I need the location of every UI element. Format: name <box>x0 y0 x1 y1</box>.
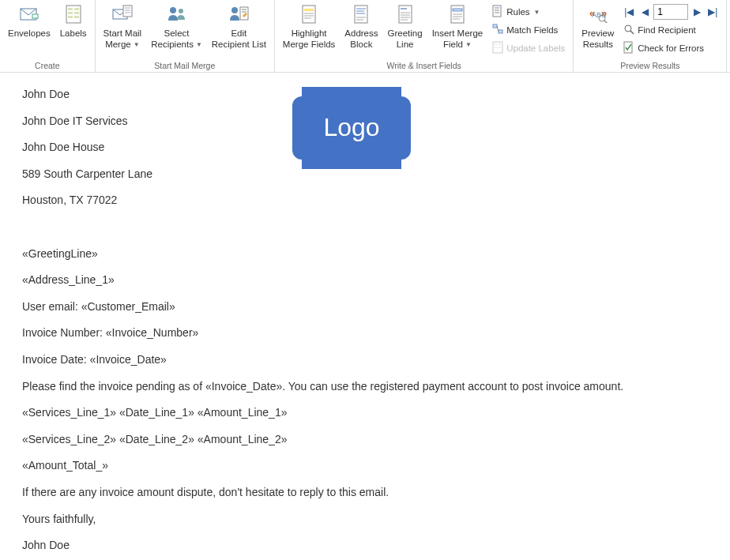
svg-rect-46 <box>493 24 497 28</box>
preview-results-icon: «»ABC <box>588 6 608 25</box>
find-recipient-label: Find Recipient <box>638 25 696 35</box>
svg-rect-3 <box>68 8 73 10</box>
svg-rect-49 <box>495 43 497 45</box>
next-record-icon: ▶ <box>694 6 701 17</box>
address-block-button[interactable]: AddressBlock <box>340 2 382 52</box>
greeting-line-button[interactable]: GreetingLine <box>383 2 427 52</box>
group-label-preview: Preview Results <box>577 60 723 72</box>
insert-merge-icon <box>450 5 465 26</box>
ribbon-group-finish: Finish &Merge▼ Finish <box>727 0 730 72</box>
next-record-button[interactable]: ▶ <box>690 5 704 19</box>
match-fields-button[interactable]: Match Fields <box>491 21 566 39</box>
last-record-icon: ▶| <box>708 6 717 17</box>
highlight-merge-fields-button[interactable]: HighlightMerge Fields <box>278 2 340 52</box>
group-label-write-insert: Write & Insert Fields <box>278 60 570 72</box>
check-errors-button[interactable]: Check for Errors <box>622 39 720 57</box>
select-recipients-label2: Recipients <box>151 39 194 50</box>
user-email-line: User email: «Customer_Email» <box>22 299 708 315</box>
insert-merge-label1: Insert Merge <box>432 28 484 38</box>
preview-results-label1: Preview <box>581 28 614 38</box>
envelopes-label: Envelopes <box>8 28 51 39</box>
greeting-label1: Greeting <box>388 28 423 38</box>
insert-merge-field-button[interactable]: Insert MergeField▼ <box>427 2 488 52</box>
svg-rect-20 <box>303 6 315 23</box>
ribbon-group-preview: «»ABC PreviewResults |◀ ◀ ▶ ▶| Find Reci… <box>574 0 727 72</box>
svg-rect-21 <box>304 9 314 11</box>
ribbon-group-start-mail-merge: Start MailMerge▼ SelectRecipients▼ EditR… <box>96 0 275 72</box>
svg-rect-7 <box>68 16 73 18</box>
address-block-icon <box>353 5 369 26</box>
dropdown-caret-icon: ▼ <box>465 41 472 49</box>
start-mail-merge-button[interactable]: Start MailMerge▼ <box>99 2 147 52</box>
svg-rect-10 <box>123 6 132 17</box>
update-labels-icon <box>492 41 503 55</box>
start-mail-merge-label1: Start Mail <box>103 28 142 38</box>
rules-icon <box>492 5 503 19</box>
first-record-icon: |◀ <box>624 6 634 17</box>
closing-line: Yours faithfully, <box>22 512 708 528</box>
service-line-2: «Services_Line_2» «Date_Line_2» «Amount_… <box>22 432 708 448</box>
svg-point-15 <box>179 9 183 13</box>
document-body[interactable]: Logo John Doe John Doe IT Services John … <box>0 73 730 560</box>
edit-recipient-label2: Recipient List <box>212 39 266 49</box>
svg-point-58 <box>625 25 631 32</box>
svg-rect-1 <box>32 14 38 18</box>
find-recipient-button[interactable]: Find Recipient <box>622 21 720 39</box>
record-number-input[interactable] <box>653 4 688 20</box>
envelopes-button[interactable]: Envelopes <box>3 2 55 40</box>
dropdown-caret-icon: ▼ <box>134 41 140 49</box>
svg-point-16 <box>231 7 238 13</box>
svg-rect-4 <box>74 8 79 10</box>
dropdown-caret-icon: ▼ <box>196 41 202 49</box>
svg-rect-42 <box>493 6 501 17</box>
dropdown-caret-icon: ▼ <box>534 9 540 16</box>
logo-placeholder: Logo <box>292 87 411 169</box>
address-block-label2: Block <box>350 39 372 49</box>
highlight-label1: Highlight <box>292 28 327 38</box>
body-paragraph-2: If there are any invoice amount dispute,… <box>22 485 708 501</box>
svg-point-14 <box>170 7 176 13</box>
sender-city: Houston, TX 77022 <box>22 193 708 209</box>
svg-rect-5 <box>68 12 73 14</box>
preview-results-label2: Results <box>583 39 613 49</box>
ribbon-group-write-insert: HighlightMerge Fields AddressBlock Greet… <box>275 0 574 72</box>
envelope-icon <box>20 6 39 24</box>
start-mail-merge-label2: Merge <box>105 39 131 50</box>
svg-rect-52 <box>499 47 501 48</box>
labels-label: Labels <box>60 28 87 39</box>
svg-rect-8 <box>74 16 79 18</box>
amount-total-line: «Amount_Total_» <box>22 458 708 474</box>
svg-rect-48 <box>493 42 502 53</box>
greeting-icon <box>397 5 413 26</box>
rules-label: Rules <box>506 7 529 17</box>
first-record-button[interactable]: |◀ <box>622 5 636 19</box>
invoice-number-line: Invoice Number: «Invoice_Number» <box>22 325 708 341</box>
logo-text: Logo <box>323 113 379 141</box>
find-recipient-icon <box>623 24 634 36</box>
group-label-start-mail-merge: Start Mail Merge <box>99 60 271 72</box>
labels-button[interactable]: Labels <box>55 2 92 40</box>
check-errors-icon <box>623 41 634 55</box>
prev-record-button[interactable]: ◀ <box>638 5 652 19</box>
preview-results-button[interactable]: «»ABC PreviewResults <box>577 2 619 52</box>
select-recipients-button[interactable]: SelectRecipients▼ <box>146 2 207 52</box>
ribbon-mailings: Envelopes Labels Create Start MailMerge▼ <box>0 0 730 73</box>
greeting-label2: Line <box>397 39 414 49</box>
recipients-icon <box>167 5 187 26</box>
update-labels-label: Update Labels <box>506 43 565 53</box>
last-record-button[interactable]: ▶| <box>706 5 720 19</box>
svg-rect-38 <box>453 9 462 11</box>
service-line-1: «Services_Line_1» «Date_Line_1» «Amount_… <box>22 405 708 421</box>
svg-rect-60 <box>624 42 632 53</box>
svg-rect-50 <box>499 43 501 45</box>
address-block-label1: Address <box>344 28 378 38</box>
edit-recipient-list-button[interactable]: EditRecipient List <box>207 2 271 52</box>
check-errors-label: Check for Errors <box>638 43 704 53</box>
select-recipients-label1: Select <box>164 28 190 38</box>
svg-line-57 <box>604 21 608 23</box>
prev-record-icon: ◀ <box>642 6 649 17</box>
rules-button[interactable]: Rules▼ <box>491 3 566 21</box>
svg-rect-25 <box>355 6 367 23</box>
svg-rect-17 <box>240 7 248 20</box>
match-fields-label: Match Fields <box>506 25 558 35</box>
